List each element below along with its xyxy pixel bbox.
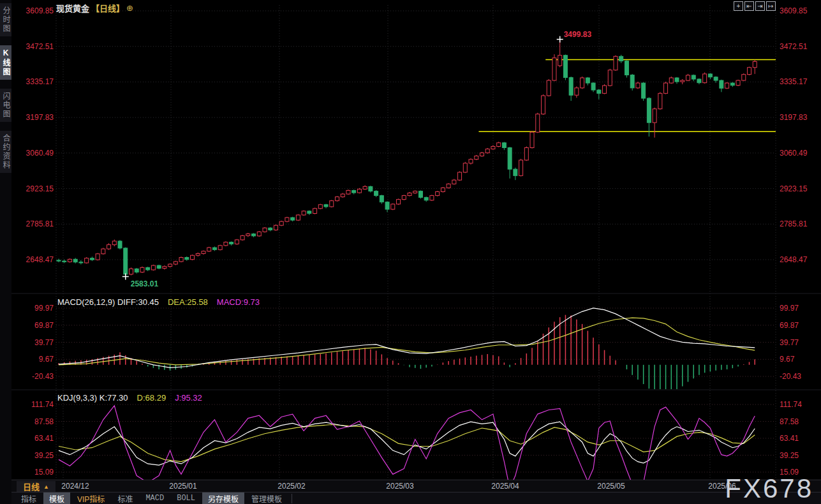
price-tick-right: 111.74 [780, 400, 802, 409]
price-tick-right: 2785.81 [780, 219, 807, 228]
chart-canvas[interactable] [0, 0, 821, 504]
high-price-annotation: 3499.83 [564, 30, 591, 39]
price-tick-left: 3609.85 [18, 6, 54, 15]
sidebar-item-tab[interactable]: 闪电图 [0, 89, 11, 122]
price-tick-right: 39.77 [780, 338, 799, 347]
price-tick-right: 3060.49 [780, 149, 807, 158]
toolbar-tab-hl[interactable]: 模板 [43, 493, 70, 504]
x-axis-label: 2024/12 [61, 482, 89, 491]
price-tick-left: 111.74 [18, 400, 54, 409]
period-selector[interactable]: 日线 ▲ [17, 481, 55, 492]
price-tick-left: 15.09 [18, 468, 54, 477]
date-axis-row: 日线 ▲ 2024/122025/012025/022025/032025/04… [11, 480, 821, 492]
price-tick-left: 87.58 [18, 417, 54, 426]
chart-type-sidebar: 分时图K线图闪电图合约资料 [0, 0, 11, 504]
instrument-name: 现货黄金 [56, 2, 89, 14]
toolbar-tab-mono[interactable]: BOLL [171, 493, 201, 503]
x-axis-label: 2025/04 [491, 482, 519, 491]
macd-name-and-diff: MACD(26,12,9) DIFF:30.45 [57, 297, 159, 307]
kdj-header: KDJ(9,3,3) K:77.30 D:68.29 J:95.32 [57, 393, 202, 403]
price-tick-left: 3197.83 [18, 113, 54, 122]
price-tick-left: 39.77 [18, 338, 54, 347]
kdj-name-and-k: KDJ(9,3,3) K:77.30 [57, 393, 128, 403]
price-tick-right: 63.41 [780, 434, 799, 443]
price-tick-right: 3609.85 [780, 6, 807, 15]
price-tick-right: 3472.51 [780, 42, 807, 51]
price-tick-left: 69.87 [18, 321, 54, 330]
toolbar-tab-plain[interactable]: 管理模板 [246, 493, 288, 504]
scale-left-icon[interactable]: ⇤ [744, 1, 754, 11]
price-tick-left: 9.67 [18, 355, 54, 364]
price-tick-right: 99.97 [780, 304, 799, 313]
macd-dea-value: DEA:25.58 [168, 297, 208, 307]
price-tick-right: 39.25 [780, 451, 799, 460]
price-tick-left: 39.25 [18, 451, 54, 460]
price-tick-right: 2923.15 [780, 184, 807, 193]
scale-right-icon[interactable]: ⇥ [755, 1, 765, 11]
period-label: 日线 [23, 480, 40, 493]
pan-right-icon[interactable]: ↦ [766, 1, 776, 11]
price-tick-left: 2923.15 [18, 184, 54, 193]
price-tick-left: 2648.47 [18, 255, 54, 264]
price-tick-left: 63.41 [18, 434, 54, 443]
x-axis-label: 2025/01 [169, 482, 196, 491]
macd-header: MACD(26,12,9) DIFF:30.45 DEA:25.58 MACD:… [57, 297, 260, 307]
price-tick-right: 87.58 [780, 417, 799, 426]
toolbar-tab-vip[interactable]: VIP指标 [71, 493, 110, 504]
macd-macd-value: MACD:9.73 [217, 297, 260, 307]
toolbar-tab-hl[interactable]: 另存模板 [202, 493, 244, 504]
toolbar-tab-plain[interactable]: 标准 [112, 493, 138, 504]
price-tick-right: 69.87 [780, 321, 799, 330]
period-arrow-icon: ▲ [43, 484, 49, 490]
price-tick-left: 3472.51 [18, 42, 54, 51]
price-tick-right: 3197.83 [780, 113, 807, 122]
price-tick-right: 3335.17 [780, 77, 807, 86]
x-axis-label: 2025/05 [597, 482, 625, 491]
add-indicator-icon[interactable]: ⊕ [126, 3, 133, 13]
price-tick-left: 2785.81 [18, 219, 54, 228]
low-price-annotation: 2583.01 [131, 279, 158, 288]
toolbar-tab-mono[interactable]: MACD [140, 493, 170, 503]
chart-tool-buttons: +⇤⇥↦ [734, 1, 776, 11]
period-tag: 【日线】 [91, 2, 124, 14]
chart-title-row: 现货黄金 【日线】 ⊕ [56, 2, 133, 14]
indicator-toolbar: 指标模板VIP指标标准MACDBOLL另存模板管理模板 [11, 492, 821, 504]
price-tick-left: -20.43 [18, 372, 54, 381]
trading-app-window: 分时图K线图闪电图合约资料 现货黄金 【日线】 ⊕ +⇤⇥↦ MACD(26,1… [0, 0, 821, 504]
sidebar-item-tab[interactable]: 合约资料 [0, 131, 11, 173]
toolbar-separator [292, 494, 292, 503]
kdj-j-value: J:95.32 [175, 393, 202, 403]
watermark-logo: FX678 [725, 473, 813, 504]
price-tick-left: 99.97 [18, 304, 54, 313]
x-axis-label: 2025/02 [277, 482, 305, 491]
crosshair-icon[interactable]: + [734, 1, 743, 11]
price-tick-left: 3335.17 [18, 77, 54, 86]
price-tick-right: 2648.47 [780, 255, 807, 264]
x-axis-label: 2025/03 [386, 482, 413, 491]
price-tick-right: -20.43 [780, 372, 801, 381]
toolbar-tab-plain[interactable]: 指标 [15, 493, 42, 504]
price-tick-left: 3060.49 [18, 149, 54, 158]
price-tick-right: 9.67 [780, 355, 794, 364]
sidebar-item-active[interactable]: K线图 [0, 45, 11, 80]
kdj-d-value: D:68.29 [137, 393, 166, 403]
sidebar-item-tab[interactable]: 分时图 [0, 3, 11, 36]
